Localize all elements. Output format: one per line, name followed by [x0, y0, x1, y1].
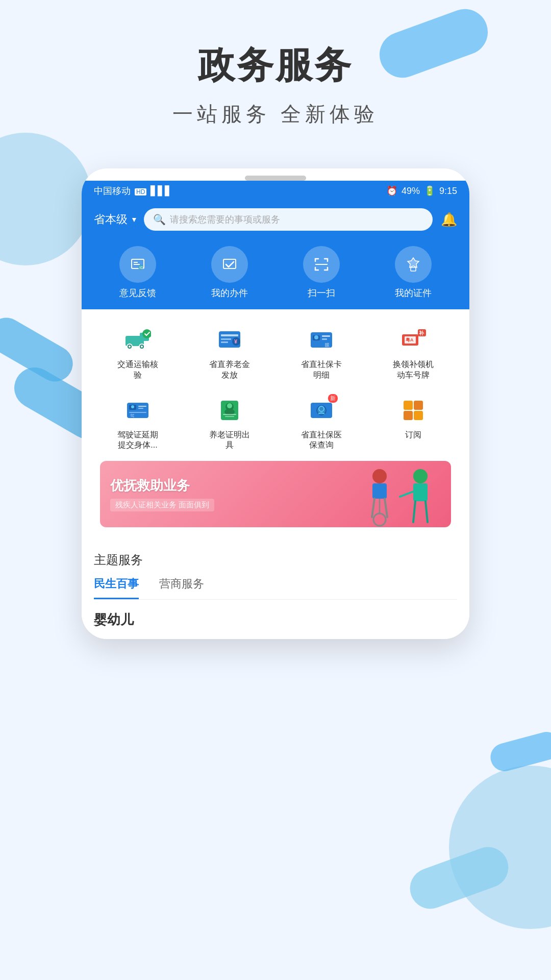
banner-illustration	[354, 466, 446, 527]
bg-decoration-2	[0, 133, 92, 265]
service-item-medical[interactable]: 新 省直社保医保查询	[276, 388, 367, 458]
tab-livelihood[interactable]: 民生百事	[94, 576, 139, 599]
battery-text: 49%	[402, 186, 420, 197]
license-icon: 驾	[125, 398, 151, 423]
svg-rect-60	[413, 483, 428, 501]
services-grid: 交通运输核验 ¥ 省直养老金发放	[92, 317, 459, 458]
svg-rect-25	[322, 338, 327, 340]
svg-rect-2	[134, 264, 140, 265]
quick-item-feedback[interactable]: ID 意见反馈	[119, 246, 156, 299]
bg-decoration-5	[449, 766, 551, 929]
status-right: ⏰ 49% 🔋 9:15	[386, 185, 457, 197]
svg-point-13	[141, 346, 143, 348]
svg-rect-18	[221, 341, 228, 343]
pension-icon: ¥	[217, 327, 242, 353]
plate-icon-wrap: 粤A 补	[398, 325, 429, 355]
svg-text:驾: 驾	[130, 413, 134, 418]
svg-line-55	[372, 499, 374, 517]
svg-line-62	[425, 501, 428, 522]
plate-label: 换领补领机动车号牌	[393, 359, 434, 381]
social-icon-wrap: 眼	[306, 325, 337, 355]
svg-rect-52	[414, 411, 423, 420]
service-item-license[interactable]: 驾 驾驶证延期提交身体...	[92, 388, 184, 458]
svg-text:眼: 眼	[325, 342, 330, 348]
svg-rect-1	[134, 262, 138, 263]
subscribe-icon-wrap	[398, 395, 429, 426]
theme-tabs: 民生百事 营商服务	[94, 576, 457, 600]
quick-item-scan[interactable]: 扫一扫	[303, 246, 340, 299]
banner-figures	[354, 466, 446, 527]
category-title: 婴幼儿	[94, 611, 457, 629]
svg-text:¥: ¥	[234, 338, 238, 345]
phone-speaker	[245, 176, 306, 181]
svg-line-63	[400, 492, 413, 497]
svg-rect-35	[129, 412, 146, 413]
cert-label: 我的证件	[395, 287, 432, 299]
alarm-icon: ⏰	[386, 185, 397, 197]
svg-line-61	[413, 501, 415, 522]
banner-subtitle: 残疾人证相关业务 面面俱到	[110, 499, 214, 511]
svg-rect-37	[138, 408, 143, 409]
pension-icon-wrap: ¥	[214, 325, 245, 355]
quick-item-cert[interactable]: 我的证件	[395, 246, 432, 299]
banner-text: 优抚救助业务 残疾人证相关业务 面面俱到	[100, 470, 224, 519]
scan-label: 扫一扫	[308, 287, 335, 299]
service-item-plate[interactable]: 粤A 补 换领补领机动车号牌	[367, 317, 459, 388]
svg-rect-51	[404, 411, 413, 420]
svg-point-12	[129, 346, 131, 348]
promo-banner[interactable]: 优抚救助业务 残疾人证相关业务 面面俱到	[100, 461, 451, 527]
status-carrier: 中国移动 HD ▋▋▋	[94, 185, 172, 197]
transport-icon-wrap	[122, 325, 153, 355]
quick-item-office[interactable]: 我的办件	[211, 246, 248, 299]
category-section: 婴幼儿	[82, 601, 469, 639]
banner-title: 优抚救助业务	[110, 477, 214, 495]
page-header: 政务服务 一站服务 全新体验	[0, 0, 551, 128]
subscribe-label: 订阅	[405, 430, 421, 440]
feedback-icon-circle: ID	[119, 246, 156, 283]
svg-rect-49	[404, 401, 413, 410]
service-item-social[interactable]: 眼 省直社保卡明细	[276, 317, 367, 388]
dropdown-arrow-icon: ▼	[131, 215, 138, 224]
service-item-certissue[interactable]: 养老证明出具	[184, 388, 276, 458]
certissue-icon	[217, 398, 242, 423]
subscribe-icon	[400, 398, 426, 423]
svg-text:粤A: 粤A	[406, 337, 414, 342]
feedback-label: 意见反馈	[119, 287, 156, 299]
license-label: 驾驶证延期提交身体...	[117, 430, 158, 451]
service-item-transport[interactable]: 交通运输核验	[92, 317, 184, 388]
tab-business[interactable]: 营商服务	[159, 576, 204, 599]
service-item-pension[interactable]: ¥ 省直养老金发放	[184, 317, 276, 388]
cert-icon	[405, 256, 421, 273]
services-section: 交通运输核验 ¥ 省直养老金发放	[82, 309, 469, 541]
service-item-subscribe[interactable]: 订阅	[367, 388, 459, 458]
svg-point-23	[314, 335, 318, 339]
svg-rect-24	[322, 335, 330, 337]
office-label: 我的办件	[211, 287, 248, 299]
social-label: 省直社保卡明细	[301, 359, 342, 381]
svg-rect-16	[221, 334, 238, 336]
status-bar: 中国移动 HD ▋▋▋ ⏰ 49% 🔋 9:15	[82, 181, 469, 201]
cert-icon-circle	[395, 246, 432, 283]
medical-label: 省直社保医保查询	[301, 430, 342, 451]
search-bar[interactable]: 🔍 请搜索您需要的事项或服务	[144, 208, 433, 231]
transport-icon	[124, 329, 151, 351]
medical-badge: 新	[328, 394, 338, 403]
signal-icon: ▋▋▋	[151, 186, 172, 196]
transport-label: 交通运输核验	[117, 359, 158, 381]
svg-rect-50	[414, 401, 423, 410]
svg-text:补: 补	[418, 330, 424, 336]
search-placeholder-text: 请搜索您需要的事项或服务	[170, 213, 280, 226]
office-icon	[221, 256, 238, 273]
svg-text:ID: ID	[139, 265, 143, 270]
svg-point-34	[131, 405, 134, 408]
battery-icon: 🔋	[424, 185, 435, 197]
page-title: 政务服务	[0, 41, 551, 90]
svg-rect-17	[221, 338, 231, 340]
certissue-label: 养老证明出具	[209, 430, 250, 451]
svg-rect-7	[411, 267, 416, 271]
medical-icon-wrap: 新	[306, 395, 337, 426]
social-icon: 眼	[309, 327, 334, 353]
svg-rect-43	[223, 414, 236, 415]
location-selector[interactable]: 省本级 ▼	[94, 212, 138, 227]
notification-bell-icon[interactable]: 🔔	[441, 212, 457, 228]
